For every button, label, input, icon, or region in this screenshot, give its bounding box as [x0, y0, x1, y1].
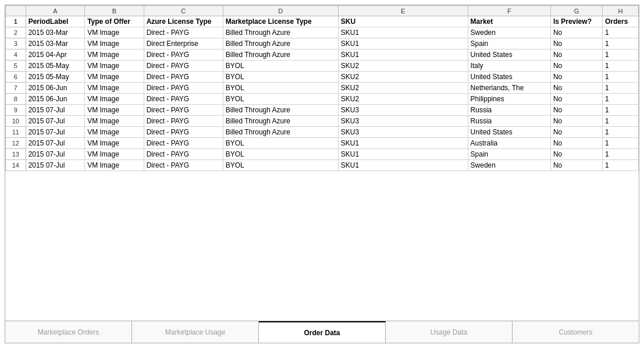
- cell-2-sku: SKU1: [338, 27, 468, 38]
- cell-7-marketplace-license: BYOL: [223, 83, 338, 94]
- cell-14-orders: 1: [603, 160, 639, 171]
- cell-10-sku: SKU3: [338, 116, 468, 127]
- cell-4-marketplace-license: Billed Through Azure: [223, 49, 338, 61]
- cell-10-marketplace-license: Billed Through Azure: [223, 116, 338, 127]
- cell-3-azure-license: Direct Enterprise: [144, 38, 223, 49]
- cell-5-period-label: 2015 05-May: [26, 61, 84, 72]
- col-letter-e[interactable]: E: [338, 6, 468, 16]
- cell-3-market: Spain: [468, 38, 550, 49]
- table-row: 62015 05-MayVM ImageDirect - PAYGBYOLSKU…: [6, 72, 639, 83]
- cell-14-azure-license: Direct - PAYG: [144, 160, 223, 171]
- cell-5-orders: 1: [603, 61, 639, 72]
- spreadsheet: A B C D E F G H 1 PeriodLabel Type of Of…: [5, 5, 639, 321]
- cell-4-is-preview: No: [550, 49, 602, 61]
- cell-8-is-preview: No: [550, 94, 602, 105]
- cell-11-type-of-offer: VM Image: [85, 127, 144, 138]
- cell-10-period-label: 2015 07-Jul: [26, 116, 84, 127]
- table-row: 112015 07-JulVM ImageDirect - PAYGBilled…: [6, 127, 639, 138]
- cell-8-azure-license: Direct - PAYG: [144, 94, 223, 105]
- cell-6-market: United States: [468, 72, 550, 83]
- cell-9-azure-license: Direct - PAYG: [144, 105, 223, 116]
- cell-6-marketplace-license: BYOL: [223, 72, 338, 83]
- col-letter-g[interactable]: G: [550, 6, 602, 16]
- cell-13-period-label: 2015 07-Jul: [26, 149, 84, 160]
- tab-marketplace-orders[interactable]: Marketplace Orders: [5, 321, 132, 343]
- cell-8-market: Philippines: [468, 94, 550, 105]
- cell-7-is-preview: No: [550, 83, 602, 94]
- row-num-11: 11: [6, 127, 26, 138]
- cell-8-sku: SKU2: [338, 94, 468, 105]
- cell-3-orders: 1: [603, 38, 639, 49]
- cell-14-period-label: 2015 07-Jul: [26, 160, 84, 171]
- cell-9-orders: 1: [603, 105, 639, 116]
- cell-4-type-of-offer: VM Image: [85, 49, 144, 61]
- cell-10-is-preview: No: [550, 116, 602, 127]
- cell-13-is-preview: No: [550, 149, 602, 160]
- cell-10-azure-license: Direct - PAYG: [144, 116, 223, 127]
- cell-3-sku: SKU1: [338, 38, 468, 49]
- cell-12-type-of-offer: VM Image: [85, 138, 144, 149]
- cell-5-type-of-offer: VM Image: [85, 61, 144, 72]
- row-num-7: 7: [6, 83, 26, 94]
- cell-11-period-label: 2015 07-Jul: [26, 127, 84, 138]
- cell-2-period-label: 2015 03-Mar: [26, 27, 84, 38]
- table-row: 132015 07-JulVM ImageDirect - PAYGBYOLSK…: [6, 149, 639, 160]
- header-azure-license: Azure License Type: [144, 16, 223, 27]
- cell-9-type-of-offer: VM Image: [85, 105, 144, 116]
- corner-cell: [6, 6, 26, 16]
- cell-14-market: Sweden: [468, 160, 550, 171]
- cell-11-azure-license: Direct - PAYG: [144, 127, 223, 138]
- col-letter-f[interactable]: F: [468, 6, 550, 16]
- col-letter-a[interactable]: A: [26, 6, 84, 16]
- cell-7-sku: SKU2: [338, 83, 468, 94]
- cell-13-azure-license: Direct - PAYG: [144, 149, 223, 160]
- table-row: 92015 07-JulVM ImageDirect - PAYGBilled …: [6, 105, 639, 116]
- cell-10-orders: 1: [603, 116, 639, 127]
- header-row: 1 PeriodLabel Type of Offer Azure Licens…: [6, 16, 639, 27]
- cell-9-is-preview: No: [550, 105, 602, 116]
- col-letter-d[interactable]: D: [223, 6, 338, 16]
- cell-2-is-preview: No: [550, 27, 602, 38]
- cell-12-orders: 1: [603, 138, 639, 149]
- col-letter-b[interactable]: B: [85, 6, 144, 16]
- row-num-3: 3: [6, 38, 26, 49]
- cell-5-azure-license: Direct - PAYG: [144, 61, 223, 72]
- cell-4-market: United States: [468, 49, 550, 61]
- cell-14-type-of-offer: VM Image: [85, 160, 144, 171]
- cell-7-azure-license: Direct - PAYG: [144, 83, 223, 94]
- cell-5-marketplace-license: BYOL: [223, 61, 338, 72]
- cell-12-period-label: 2015 07-Jul: [26, 138, 84, 149]
- row-num-1: 1: [6, 16, 26, 27]
- header-type-of-offer: Type of Offer: [85, 16, 144, 27]
- column-letter-row: A B C D E F G H: [6, 6, 639, 16]
- table-row: 32015 03-MarVM ImageDirect EnterpriseBil…: [6, 38, 639, 49]
- cell-13-sku: SKU1: [338, 149, 468, 160]
- cell-11-sku: SKU3: [338, 127, 468, 138]
- tab-usage-data[interactable]: Usage Data: [386, 321, 513, 343]
- cell-5-sku: SKU2: [338, 61, 468, 72]
- cell-7-orders: 1: [603, 83, 639, 94]
- cell-6-sku: SKU2: [338, 72, 468, 83]
- tab-customers[interactable]: Customers: [513, 321, 639, 343]
- cell-4-period-label: 2015 04-Apr: [26, 49, 84, 61]
- cell-2-market: Sweden: [468, 27, 550, 38]
- header-is-preview: Is Preview?: [550, 16, 602, 27]
- cell-9-marketplace-license: Billed Through Azure: [223, 105, 338, 116]
- cell-12-sku: SKU1: [338, 138, 468, 149]
- col-letter-h[interactable]: H: [603, 6, 639, 16]
- cell-14-is-preview: No: [550, 160, 602, 171]
- cell-11-market: United States: [468, 127, 550, 138]
- cell-11-is-preview: No: [550, 127, 602, 138]
- cell-10-market: Russia: [468, 116, 550, 127]
- row-num-4: 4: [6, 49, 26, 61]
- table-row: 142015 07-JulVM ImageDirect - PAYGBYOLSK…: [6, 160, 639, 171]
- cell-13-market: Spain: [468, 149, 550, 160]
- cell-4-orders: 1: [603, 49, 639, 61]
- table-row: 72015 06-JunVM ImageDirect - PAYGBYOLSKU…: [6, 83, 639, 94]
- cell-7-type-of-offer: VM Image: [85, 83, 144, 94]
- tab-order-data[interactable]: Order Data: [259, 321, 386, 343]
- cell-9-period-label: 2015 07-Jul: [26, 105, 84, 116]
- tab-marketplace-usage[interactable]: Marketplace Usage: [132, 321, 259, 343]
- cell-2-azure-license: Direct - PAYG: [144, 27, 223, 38]
- col-letter-c[interactable]: C: [144, 6, 223, 16]
